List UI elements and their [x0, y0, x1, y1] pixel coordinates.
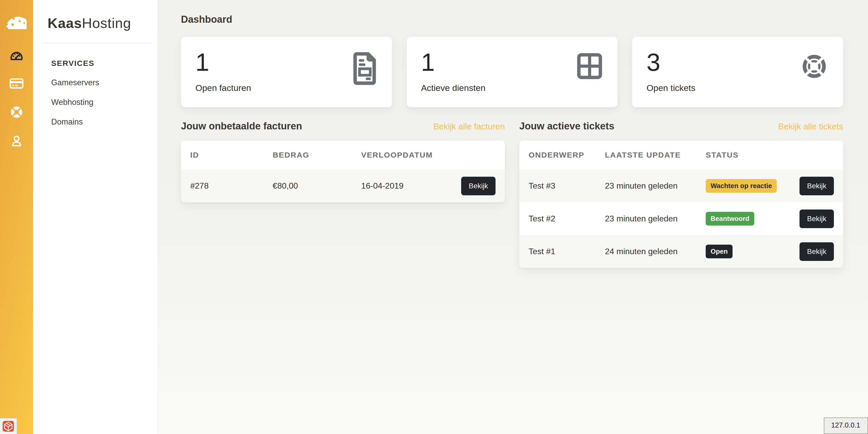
stat-label: Open facturen [195, 83, 378, 93]
brand-primary: Kaas [48, 15, 82, 31]
view-all-tickets-link[interactable]: Bekijk alle tickets [778, 122, 843, 132]
billing-credit-card-icon[interactable] [9, 76, 24, 91]
ticket-subject: Test #1 [529, 247, 605, 256]
view-ticket-button[interactable]: Bekijk [800, 242, 834, 261]
dashboard-speedometer-icon[interactable] [9, 47, 24, 62]
ticket-row: Test #2 23 minuten geleden Beantwoord Be… [519, 202, 843, 235]
brand-logo[interactable]: KaasHosting [33, 0, 158, 31]
stat-value: 1 [195, 50, 378, 75]
stat-label: Actieve diensten [421, 83, 603, 93]
status-badge: Wachten op reactie [706, 179, 777, 193]
column-header-laatste-update: LAATSTE UPDATE [605, 151, 706, 159]
laravel-logo-icon [2, 421, 14, 432]
laravel-favicon-badge [0, 418, 17, 434]
support-lifebuoy-icon[interactable] [9, 105, 24, 119]
stat-label: Open tickets [647, 83, 829, 93]
stat-card-row: 1 Open facturen 1 Actieve diensten [181, 37, 843, 107]
grid-icon [576, 52, 603, 81]
view-ticket-button[interactable]: Bekijk [800, 209, 834, 228]
brand-secondary: Hosting [82, 15, 131, 31]
stat-value: 1 [421, 50, 603, 75]
invoice-row: #278 €80,00 16-04-2019 Bekijk [181, 169, 505, 202]
invoice-due-date: 16-04-2019 [361, 181, 461, 191]
tickets-table: ONDERWERP LAATSTE UPDATE STATUS Test #3 … [519, 140, 843, 268]
sidebar-nav: Gameservers Webhosting Domains [33, 78, 158, 127]
column-header-bedrag: BEDRAG [273, 151, 361, 159]
ticket-updated: 23 minuten geleden [605, 181, 706, 191]
view-invoice-button[interactable]: Bekijk [461, 177, 496, 195]
view-all-invoices-link[interactable]: Bekijk alle facturen [433, 122, 505, 132]
column-header-verloopdatum: VERLOOPDATUM [361, 151, 496, 159]
invoices-table: ID BEDRAG VERLOOPDATUM #278 €80,00 16-04… [181, 140, 505, 202]
column-header-id: ID [190, 151, 273, 159]
invoice-icon [352, 52, 378, 86]
sidebar-item-gameservers[interactable]: Gameservers [51, 78, 158, 87]
invoices-section: Jouw onbetaalde facturen Bekijk alle fac… [181, 121, 505, 202]
stat-card-open-tickets: 3 Open tickets [632, 37, 843, 107]
invoice-id: #278 [190, 181, 273, 191]
tickets-table-header: ONDERWERP LAATSTE UPDATE STATUS [519, 140, 843, 169]
ticket-subject: Test #2 [529, 214, 605, 224]
account-user-icon[interactable] [9, 134, 24, 148]
ticket-updated: 23 minuten geleden [605, 214, 706, 224]
sidebar-divider [42, 43, 152, 43]
rail-nav [9, 47, 24, 148]
sidebar: KaasHosting SERVICES Gameservers Webhost… [33, 0, 158, 434]
main-content: Dashboard 1 Open facturen 1 Actieve dien… [158, 0, 868, 434]
sidebar-item-domains[interactable]: Domains [51, 117, 158, 127]
invoices-table-header: ID BEDRAG VERLOOPDATUM [181, 140, 505, 169]
tickets-section: Jouw actieve tickets Bekijk alle tickets… [519, 121, 843, 268]
ticket-row: Test #3 23 minuten geleden Wachten op re… [519, 169, 843, 202]
status-badge: Open [706, 245, 733, 258]
ticket-row: Test #1 24 minuten geleden Open Bekijk [519, 235, 843, 268]
column-header-onderwerp: ONDERWERP [529, 151, 605, 159]
status-url-text: 127.0.0.1 [831, 421, 860, 429]
ticket-updated: 24 minuten geleden [605, 247, 706, 256]
column-header-status: STATUS [706, 151, 834, 159]
status-badge: Beantwoord [706, 212, 754, 226]
page-title: Dashboard [181, 13, 843, 25]
invoice-amount: €80,00 [273, 181, 361, 191]
icon-rail [0, 0, 33, 434]
cheese-logo-icon[interactable] [4, 12, 29, 35]
stat-card-actieve-diensten: 1 Actieve diensten [407, 37, 618, 107]
sidebar-section-title: SERVICES [51, 59, 158, 68]
stat-card-open-facturen: 1 Open facturen [181, 37, 392, 107]
lifebuoy-icon [800, 52, 829, 82]
status-url-tooltip: 127.0.0.1 [824, 418, 868, 434]
ticket-subject: Test #3 [529, 181, 605, 191]
sidebar-item-webhosting[interactable]: Webhosting [51, 98, 158, 107]
view-ticket-button[interactable]: Bekijk [800, 177, 834, 195]
tickets-title: Jouw actieve tickets [519, 121, 614, 132]
invoices-title: Jouw onbetaalde facturen [181, 121, 302, 132]
